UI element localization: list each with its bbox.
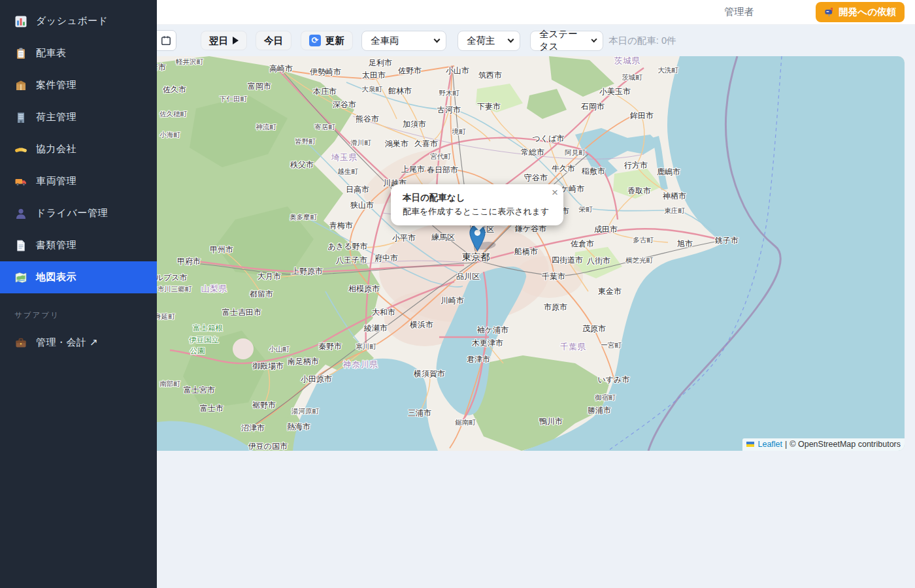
sidebar-item-label: 書類管理 [36, 239, 76, 252]
calendar-icon [161, 35, 171, 46]
dev-request-button[interactable]: 開発への依頼 [816, 2, 905, 22]
sidebar-item-label: 協力会社 [36, 143, 76, 155]
vehicle-icon [14, 175, 27, 188]
chevron-down-icon [434, 37, 441, 43]
shipper-filter-value: 全荷主 [467, 35, 495, 47]
dispatch-table-icon [14, 47, 27, 60]
sidebar-item-label: 配車表 [36, 47, 67, 59]
sidebar-item-drivers[interactable]: ドライバー管理 [0, 197, 157, 229]
play-icon [233, 37, 239, 44]
today-button[interactable]: 今日 [256, 31, 291, 50]
vehicle-filter-value: 全車両 [371, 35, 399, 47]
sidebar-item-label: 車両管理 [36, 175, 76, 188]
attribution-separator: | [785, 440, 787, 449]
status-filter-value: 全ステータス [539, 28, 587, 53]
sidebar-item-map-view[interactable]: 地図表示 [0, 261, 157, 293]
popup-body: 配車を作成するとここに表示されます [403, 206, 549, 218]
case-icon [14, 79, 27, 92]
top-header: 管理者 開発への依頼 [157, 0, 915, 25]
refresh-icon: ⟳ [309, 35, 321, 46]
today-label: 今日 [264, 35, 283, 47]
document-icon [14, 239, 27, 252]
sidebar-item-label: 荷主管理 [36, 111, 76, 123]
map-attribution: Leaflet | © OpenStreetMap contributors [742, 438, 905, 451]
status-filter-select[interactable]: 全ステータス [530, 31, 603, 51]
driver-icon [14, 207, 27, 220]
sidebar-item-cases[interactable]: 案件管理 [0, 69, 157, 101]
sidebar-item-label: ドライバー管理 [36, 207, 108, 220]
popup-close-button[interactable]: × [552, 187, 558, 198]
sidebar: ダッシュボード 配車表 案件管理 荷主管理 協力会社 車両管理 ドライバー管理 … [0, 0, 157, 588]
vehicle-filter-select[interactable]: 全車両 [361, 31, 446, 51]
sidebar-item-dashboard[interactable]: ダッシュボード [0, 5, 157, 37]
map-toolbar: 翌日 今日 ⟳ 更新 全車両 全荷主 全ステータス 本日の配車: 0件 [157, 25, 915, 56]
refresh-label: 更新 [325, 35, 344, 47]
popup-title: 本日の配車なし [403, 192, 549, 204]
sidebar-item-partners[interactable]: 協力会社 [0, 133, 157, 165]
leaflet-link[interactable]: Leaflet [758, 440, 783, 449]
sidebar-item-shippers[interactable]: 荷主管理 [0, 101, 157, 133]
map-icon [14, 271, 27, 284]
briefcase-icon [14, 336, 27, 350]
dispatch-count-label: 本日の配車: 0件 [608, 35, 676, 47]
partner-icon [14, 143, 27, 156]
sidebar-item-dispatch-table[interactable]: 配車表 [0, 37, 157, 69]
mailbox-icon [824, 7, 834, 17]
shipper-icon [14, 111, 27, 124]
dashboard-icon [14, 15, 27, 28]
next-day-button[interactable]: 翌日 [201, 31, 247, 50]
chevron-down-icon [508, 37, 514, 43]
osm-credit: © OpenStreetMap contributors [790, 440, 901, 449]
ukraine-flag-icon [746, 442, 754, 447]
refresh-button[interactable]: ⟳ 更新 [301, 31, 353, 50]
leaflet-map[interactable]: 軽井沢町小諸市高崎市伊勢崎市太田市足利市佐野市小山市筑西市茨城県茨城町大洗町小美… [157, 56, 905, 451]
sidebar-item-label: 案件管理 [36, 79, 76, 91]
sidebar-section-label: サブアプリ [0, 293, 157, 327]
chevron-down-icon [591, 37, 597, 42]
sidebar-item-documents[interactable]: 書類管理 [0, 229, 157, 261]
dev-request-label: 開発への依頼 [839, 6, 896, 18]
sidebar-item-label: 管理・会計 ↗ [36, 336, 98, 349]
map-canvas [157, 56, 905, 451]
user-role-label: 管理者 [724, 6, 754, 18]
sidebar-item-label: 地図表示 [36, 271, 76, 284]
sidebar-item-vehicles[interactable]: 車両管理 [0, 165, 157, 197]
shipper-filter-select[interactable]: 全荷主 [458, 31, 520, 51]
sidebar-item-label: ダッシュボード [36, 15, 108, 27]
map-popup: × 本日の配車なし 配車を作成するとここに表示されます [391, 184, 563, 225]
next-day-label: 翌日 [209, 35, 228, 47]
sidebar-item-admin-accounting[interactable]: 管理・会計 ↗ [0, 327, 157, 359]
